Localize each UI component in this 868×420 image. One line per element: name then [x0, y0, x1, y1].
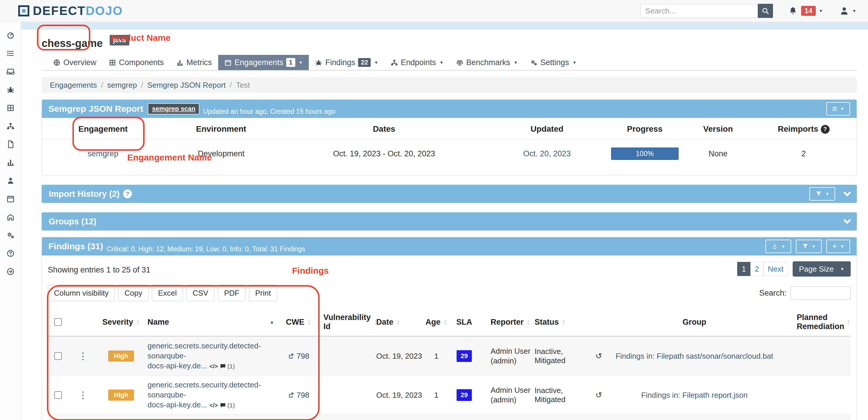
excel-button[interactable]: Excel: [152, 285, 183, 301]
breadcrumb: Engagements / semgrep / Semgrep JSON Rep…: [42, 77, 857, 93]
sidebar-item-endpoints[interactable]: [0, 117, 21, 135]
print-button[interactable]: Print: [249, 285, 277, 301]
csv-button[interactable]: CSV: [186, 285, 214, 301]
sidebar-item-engagements[interactable]: [0, 62, 21, 81]
col-status[interactable]: Status▲▼: [532, 318, 602, 327]
finding-name-link[interactable]: generic.secrets.security.detected-sonarq…: [148, 381, 261, 409]
findings-add-button[interactable]: + ▼: [826, 240, 850, 253]
breadcrumb-separator: /: [229, 81, 232, 90]
col-date[interactable]: Date▲▼: [373, 318, 423, 327]
history-icon[interactable]: ↺: [595, 390, 602, 400]
row-menu-icon[interactable]: ⋮: [68, 390, 98, 401]
select-all-checkbox[interactable]: [54, 318, 62, 326]
sidebar-item-users[interactable]: [0, 172, 21, 190]
updated-link[interactable]: Oct. 20, 2023: [523, 149, 571, 158]
page-2-button[interactable]: 2: [750, 262, 763, 276]
finding-name-link[interactable]: generic.secrets.security.detected-sonarq…: [148, 341, 261, 370]
global-search-input[interactable]: [641, 4, 758, 18]
sidebar-item-configuration[interactable]: [0, 226, 21, 244]
findings-filter-button[interactable]: ▼: [796, 240, 822, 253]
question-circle-icon[interactable]: ?: [123, 189, 132, 198]
sitemap-icon: [391, 59, 398, 66]
table-search: Search:: [759, 286, 851, 300]
sort-ascending-icon: ▲: [270, 320, 274, 325]
table-search-input[interactable]: [790, 286, 851, 300]
copy-button[interactable]: Copy: [118, 285, 148, 301]
notifications-menu[interactable]: 14 ▼: [788, 6, 823, 16]
user-menu[interactable]: ▼: [839, 6, 856, 16]
tab-settings[interactable]: Settings ▼: [524, 55, 583, 70]
cwe-link[interactable]: 798: [277, 391, 320, 400]
group-link[interactable]: Findings in: Filepath report.json: [641, 390, 748, 400]
col-label: CWE: [286, 318, 304, 327]
sidebar-item-about[interactable]: [0, 244, 21, 263]
col-vulnerability-id[interactable]: Vulnerability Id▲▼: [320, 313, 373, 331]
language-tag-badge: java: [110, 35, 129, 46]
engagement-link[interactable]: semgrep: [88, 149, 119, 158]
tab-engagements[interactable]: Engagements 1 ▼: [218, 55, 309, 70]
col-group[interactable]: Group: [602, 318, 787, 327]
caret-down-icon: ▼: [440, 60, 444, 65]
breadcrumb-engagements[interactable]: Engagements: [50, 81, 97, 90]
sla-badge: 29: [457, 389, 472, 401]
import-history-section[interactable]: Import History (2) ? ▼: [42, 185, 857, 203]
code-icon: </>: [209, 363, 218, 369]
caret-down-icon: ▼: [852, 8, 856, 13]
sidebar-item-logout[interactable]: [0, 263, 21, 281]
col-label: Group: [683, 318, 706, 327]
groups-section[interactable]: Groups (12): [42, 212, 857, 231]
defectdojo-logo[interactable]: DEFECTDOJO: [18, 4, 123, 18]
calendar-icon: [224, 59, 232, 66]
top-accent-strip: [21, 22, 868, 30]
sort-icon: ▲▼: [527, 319, 530, 325]
findings-download-button[interactable]: ▼: [765, 240, 791, 253]
cwe-link[interactable]: 798: [277, 352, 320, 361]
sidebar-item-findings[interactable]: [0, 81, 21, 99]
report-menu-button[interactable]: ≡ ▼: [826, 102, 850, 116]
col-sla[interactable]: SLA: [450, 318, 479, 327]
row-checkbox[interactable]: [54, 352, 62, 360]
tab-endpoints[interactable]: Endpoints ▼: [384, 55, 450, 70]
col-cwe[interactable]: CWE▲▼: [277, 318, 320, 327]
tab-overview[interactable]: Overview: [47, 55, 103, 70]
sidebar-item-components[interactable]: [0, 99, 21, 117]
col-age[interactable]: Age▲▼: [423, 318, 450, 327]
col-reporter[interactable]: Reporter▲▼: [479, 318, 532, 327]
sidebar-item-metrics[interactable]: [0, 153, 21, 172]
sidebar-item-reports[interactable]: [0, 135, 21, 153]
col-planned-remediation[interactable]: Planned Remediation▲▼: [787, 313, 851, 331]
col-label: Planned Remediation: [797, 313, 844, 331]
comment-icon[interactable]: [220, 363, 226, 369]
pdf-button[interactable]: PDF: [218, 285, 245, 301]
sidebar-item-calendar[interactable]: [0, 190, 21, 208]
page-1-button[interactable]: 1: [737, 262, 750, 276]
topbar-actions: 14 ▼ ▼: [641, 4, 859, 18]
sidebar-item-products[interactable]: [0, 44, 21, 62]
col-severity[interactable]: Severity▲▼: [98, 318, 145, 327]
column-visibility-button[interactable]: Column visibility: [48, 285, 115, 301]
history-icon[interactable]: ↺: [595, 351, 602, 361]
tab-metrics[interactable]: Metrics: [170, 55, 218, 70]
comment-icon[interactable]: [220, 402, 226, 409]
breadcrumb-report[interactable]: Semgrep JSON Report: [147, 81, 225, 90]
global-search-button[interactable]: [758, 4, 773, 18]
row-menu-icon[interactable]: ⋮: [68, 351, 98, 362]
breadcrumb-semgrep[interactable]: semgrep: [107, 81, 137, 90]
top-bar: DEFECTDOJO 14 ▼ ▼: [0, 0, 868, 22]
tab-findings[interactable]: Findings 22 ▼: [309, 55, 384, 70]
col-name[interactable]: Name▲: [145, 318, 277, 327]
chevron-down-icon[interactable]: [843, 189, 851, 196]
import-history-filter-button[interactable]: ▼: [809, 187, 835, 201]
severity-badge: High: [108, 351, 134, 362]
tab-components[interactable]: Components: [103, 55, 170, 70]
page-size-button[interactable]: Page Size ▼: [793, 261, 851, 277]
group-link[interactable]: Findings in: Filepath sast/sonar/sonarcl…: [616, 351, 773, 361]
question-circle-icon[interactable]: ?: [821, 125, 830, 134]
tab-benchmarks[interactable]: Benchmarks ▼: [450, 55, 524, 70]
scan-type-badge[interactable]: semgrep scan: [148, 103, 199, 114]
row-checkbox[interactable]: [54, 391, 62, 399]
sidebar-item-dashboard[interactable]: [0, 26, 21, 44]
sidebar-item-benchmarks[interactable]: [0, 208, 21, 226]
chevron-down-icon[interactable]: [843, 216, 851, 224]
next-page-button[interactable]: Next: [763, 262, 788, 276]
